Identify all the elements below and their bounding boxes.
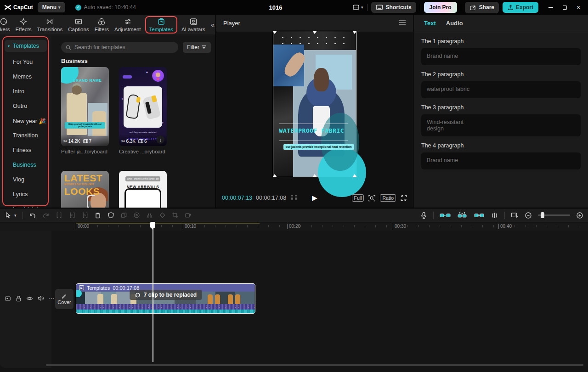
ribbon-tab-adjustment[interactable]: Adjustment — [112, 17, 144, 33]
sidebar-item-new-year[interactable]: New year 🎉 — [0, 113, 51, 128]
mirror-button[interactable] — [146, 212, 153, 219]
fullscreen-icon[interactable] — [400, 194, 407, 202]
menu-button[interactable]: Menu ▾ — [38, 2, 65, 12]
selection-handle[interactable] — [312, 31, 317, 34]
workspace-layout-button[interactable]: ▾ — [352, 4, 363, 11]
selection-handle[interactable] — [352, 31, 357, 34]
link-clips-toggle[interactable] — [474, 212, 485, 219]
minimize-button[interactable] — [545, 2, 557, 13]
paragraph-3-input[interactable]: Wind-resistant design — [421, 114, 581, 136]
undo-button[interactable] — [29, 212, 36, 219]
hide-track-button[interactable] — [26, 296, 33, 301]
join-pro-button[interactable]: Join Pro — [424, 2, 457, 13]
shortcuts-button[interactable]: Shortcuts — [371, 2, 416, 13]
split-button[interactable] — [56, 212, 62, 219]
shield-icon — [107, 212, 114, 219]
paragraph-1-input[interactable]: Brand name — [421, 48, 581, 65]
selection-handle[interactable] — [312, 174, 317, 177]
template-card-puffer[interactable]: BRAND NAME Wrap yourself in warmth with … — [61, 67, 109, 154]
speed-button[interactable] — [133, 212, 140, 219]
search-input[interactable] — [74, 44, 174, 51]
ribbon-tab-filters[interactable]: Filters — [92, 17, 112, 33]
ribbon-tab-stickers[interactable]: ckers — [0, 17, 12, 33]
card-headline: NEW ARRIVALS — [119, 185, 167, 189]
capcut-app: CapCut Menu ▾ ✓ Auto saved: 10:40:44 101… — [0, 0, 588, 372]
collapse-panel-icon[interactable]: « — [209, 21, 216, 28]
download-button[interactable]: ↓ — [156, 135, 164, 144]
zoom-out-button[interactable] — [525, 212, 532, 219]
record-voiceover-button[interactable] — [420, 212, 427, 219]
timeline-clip-templates[interactable]: ▶ Templates 00:00:17:08 7 clip to be rep… — [76, 283, 255, 314]
sidebar-item-for-tiktok[interactable]: For TikTok — [0, 202, 51, 208]
timeline-ruler[interactable]: 00:00 00:10 00:20 00:30 00:40 — [0, 223, 588, 231]
replace-clips-pill[interactable]: 7 clip to be replaced — [130, 290, 202, 300]
more-options-icon[interactable]: ⋯ — [49, 295, 55, 302]
ribbon-tab-captions[interactable]: Captions — [65, 17, 91, 33]
sidebar-item-business[interactable]: Business — [0, 158, 51, 172]
player-menu-button[interactable] — [399, 20, 406, 27]
sidebar-item-memes[interactable]: Memes — [0, 69, 51, 84]
auto-align-toggle[interactable] — [457, 212, 468, 219]
overlay-button[interactable] — [120, 212, 127, 219]
tab-audio[interactable]: Audio — [446, 20, 463, 27]
focus-frame-icon[interactable] — [368, 194, 376, 202]
template-card-latest-looks[interactable]: LATEST MOTHER'S DAY EXCLUSIVE LOOKS — [61, 171, 109, 208]
preview-frame-button[interactable] — [511, 212, 519, 219]
select-tool-button[interactable] — [5, 212, 11, 219]
ribbon-tab-effects[interactable]: Effects — [12, 17, 34, 33]
paragraph-4-input[interactable]: Brand name — [421, 152, 581, 169]
horizontal-scrollbar[interactable] — [46, 364, 583, 366]
mute-track-button[interactable] — [38, 295, 44, 301]
replace-button[interactable] — [185, 212, 192, 219]
sidebar-item-lyrics[interactable]: Lyrics — [0, 187, 51, 202]
sidebar-item-templates[interactable]: ▾Templates — [5, 40, 47, 52]
splitview-button[interactable] — [491, 212, 498, 219]
crop-button[interactable] — [172, 212, 179, 219]
close-button[interactable]: ✕ — [572, 2, 584, 13]
video-preview[interactable]: WATERPROOF FABRIC our jackets provide ex… — [273, 31, 356, 177]
track-header-column: ⋯ Cover — [0, 231, 51, 368]
play-button[interactable]: ▶ — [312, 194, 317, 202]
full-preview-button[interactable]: Full — [352, 194, 364, 202]
sidebar-item-intro[interactable]: Intro — [0, 84, 51, 99]
selection-handle[interactable] — [272, 31, 277, 34]
ratio-button[interactable]: Ratio — [380, 194, 396, 202]
mask-button[interactable] — [107, 212, 114, 219]
sidebar-item-vlog[interactable]: Vlog — [0, 172, 51, 187]
zoom-in-button[interactable] — [576, 212, 583, 219]
paragraph-2-input[interactable]: waterproof fabric — [421, 81, 581, 98]
template-search[interactable] — [61, 42, 178, 53]
selection-handle[interactable] — [352, 174, 357, 177]
redo-button[interactable] — [42, 212, 50, 219]
playhead-line[interactable] — [153, 228, 153, 362]
playhead-handle[interactable] — [150, 222, 155, 228]
zoom-slider-handle[interactable] — [541, 212, 544, 218]
sidebar-item-transition[interactable]: Transition — [0, 128, 51, 143]
ribbon-tab-ai-avatars[interactable]: AI avatars — [179, 17, 208, 33]
trim-right-button[interactable] — [81, 212, 88, 219]
select-tool-chevron[interactable]: ▾ — [14, 213, 17, 218]
ribbon-tab-templates[interactable]: Templates — [145, 16, 177, 34]
template-card-creative[interactable]: ✦ ✦ ✦ and they are water resistant HIGH … — [119, 67, 167, 154]
rotate-button[interactable] — [159, 212, 166, 219]
delete-button[interactable] — [94, 212, 102, 219]
main-track-button[interactable] — [5, 295, 11, 302]
sidebar-item-for-you[interactable]: For You — [0, 55, 51, 69]
clip-count-icon — [138, 139, 143, 144]
timeline-zoom-slider[interactable] — [538, 214, 570, 216]
tab-text[interactable]: Text — [424, 20, 436, 27]
trim-left-button[interactable] — [68, 212, 75, 219]
magnetic-snap-toggle[interactable] — [440, 212, 451, 219]
cover-button[interactable]: Cover — [55, 289, 74, 309]
selection-handle[interactable] — [272, 174, 277, 177]
restore-button[interactable] — [559, 2, 571, 13]
ribbon-tab-transitions[interactable]: Transitions — [34, 17, 65, 33]
sidebar-item-fitness[interactable]: Fitness — [0, 143, 51, 158]
sidebar-item-outro[interactable]: Outro — [0, 99, 51, 113]
export-button[interactable]: Export — [503, 2, 538, 13]
lock-track-button[interactable] — [16, 295, 22, 302]
card-subhead: MOTHER'S DAY EXCLUSIVE — [64, 183, 94, 186]
share-button[interactable]: Share — [465, 2, 499, 13]
filter-button[interactable]: Filter — [183, 42, 211, 53]
template-card-new-arrivals[interactable]: What I ordered versus what I got NEW ARR… — [119, 171, 167, 208]
